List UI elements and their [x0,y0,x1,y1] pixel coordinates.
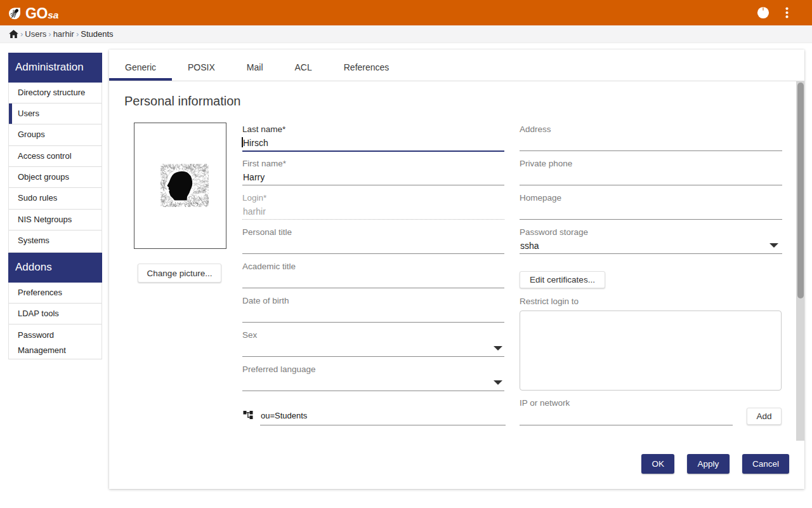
breadcrumb-students[interactable]: Students [81,29,113,39]
sidebar-admin-list: Directory structure Users Groups Access … [8,83,102,253]
base-dn-row: ou=Students [242,409,506,425]
sidebar-item-access-control[interactable]: Access control [9,146,102,167]
change-picture-button[interactable]: Change picture... [138,264,221,283]
top-bar: GOsa [0,0,812,25]
field-label: IP or network [520,399,570,408]
gosa-logo[interactable]: GOsa [8,6,58,20]
session-timer-icon[interactable] [757,6,769,19]
tab-acl[interactable]: ACL [279,50,328,81]
gosa-logo-icon [8,7,21,20]
sidebar-section-addons: Addons [8,253,102,283]
field-first-name[interactable]: First name* Harry [242,159,504,185]
sidebar-item-password-management[interactable]: Password Management [9,324,102,359]
ok-button[interactable]: OK [641,454,674,474]
sidebar: Administration Directory structure Users… [8,53,102,359]
brand-text: GOsa [25,7,58,22]
sidebar-item-ldap-tools[interactable]: LDAP tools [9,304,102,324]
field-value: Hirsch [243,138,268,148]
field-personal-title[interactable]: Personal title [242,228,504,254]
edit-certificates-button[interactable]: Edit certificates... [520,271,605,288]
field-ip-or-network[interactable]: IP or network [520,399,733,425]
sidebar-item-directory-structure[interactable]: Directory structure [9,83,102,104]
breadcrumb-separator: › [74,29,81,39]
field-password-storage[interactable]: Password storage ssha [520,228,782,254]
restrict-login-label: Restrict login to [520,297,579,306]
field-homepage[interactable]: Homepage [520,194,782,220]
field-label: First name* [242,159,286,168]
cancel-button[interactable]: Cancel [742,454,789,474]
field-value: ssha [520,241,539,251]
page-title: Personal information [124,94,240,108]
scrollbar-thumb[interactable] [797,83,804,298]
field-preferred-language[interactable]: Preferred language [242,365,504,391]
directory-tree-icon [243,410,253,420]
field-label: Date of birth [242,297,289,305]
user-photo [134,123,226,249]
field-label: Password storage [520,228,588,237]
sidebar-item-object-groups[interactable]: Object groups [9,167,102,188]
sidebar-item-sudo-rules[interactable]: Sudo rules [9,188,102,209]
action-buttons: OK Apply Cancel [641,454,789,474]
field-academic-title[interactable]: Academic title [242,262,504,288]
sidebar-item-systems[interactable]: Systems [9,231,102,251]
field-label: Private phone [520,159,572,168]
breadcrumb: › Users › harhir › Students [0,25,812,43]
tab-mail[interactable]: Mail [231,50,279,81]
user-silhouette-image [160,164,209,207]
field-label: Personal title [242,228,292,237]
field-label: Login* [242,194,266,203]
base-dn-value[interactable]: ou=Students [261,411,307,420]
home-icon[interactable] [9,30,18,38]
sidebar-item-nis-netgroups[interactable]: NIS Netgroups [9,210,102,231]
field-label: Last name* [242,125,285,134]
head-silhouette [167,171,192,201]
apply-button[interactable]: Apply [687,454,730,474]
breadcrumb-separator: › [46,29,53,39]
field-sex[interactable]: Sex [242,331,504,357]
field-value: Harry [243,172,265,182]
breadcrumb-separator: › [18,29,25,39]
field-label: Sex [242,331,257,340]
dropdown-arrow-icon [494,346,502,351]
dropdown-arrow-icon [769,243,778,248]
field-value: harhir [243,206,266,217]
field-label: Preferred language [242,365,316,374]
sidebar-item-groups[interactable]: Groups [9,124,102,145]
add-button[interactable]: Add [747,408,782,425]
scrollbar-track[interactable] [796,81,804,441]
main-card: Generic POSIX Mail ACL References Person… [109,50,804,489]
field-label: Academic title [242,262,296,271]
sidebar-addons-list: Preferences LDAP tools Password Manageme… [8,283,102,360]
breadcrumb-users[interactable]: Users [25,29,46,39]
dropdown-arrow-icon [494,380,502,385]
field-last-name[interactable]: Last name* Hirsch [242,125,504,152]
field-label: Homepage [520,194,561,203]
field-login: Login* harhir [242,194,504,220]
field-private-phone[interactable]: Private phone [520,159,782,185]
field-date-of-birth[interactable]: Date of birth [242,297,504,323]
tab-bar: Generic POSIX Mail ACL References [109,50,804,81]
base-dn-underline [260,425,506,425]
field-label: Address [520,125,551,134]
kebab-menu-icon[interactable] [784,6,790,20]
breadcrumb-harhir[interactable]: harhir [53,29,74,39]
sidebar-item-users[interactable]: Users [9,104,102,124]
tab-posix[interactable]: POSIX [172,50,231,81]
field-address[interactable]: Address [520,125,782,151]
sidebar-item-preferences[interactable]: Preferences [9,283,102,304]
restrict-login-list[interactable] [520,311,782,391]
tab-generic[interactable]: Generic [109,50,172,81]
sidebar-section-administration: Administration [8,53,102,83]
tab-references[interactable]: References [328,50,405,81]
